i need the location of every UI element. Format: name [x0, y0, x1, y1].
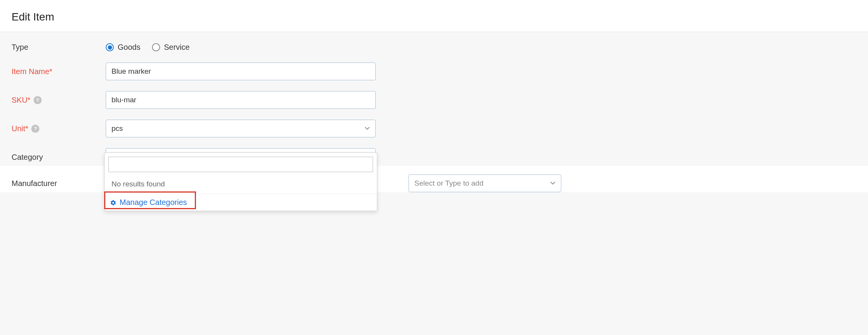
label-sku-text: SKU*: [12, 96, 30, 105]
radio-circle-icon: [106, 43, 114, 51]
category-dropdown: No results found Manage Categories: [104, 152, 377, 192]
form-area: Type Goods Service Item Name* SKU* ?: [0, 32, 868, 166]
category-search-input[interactable]: [108, 157, 373, 172]
radio-goods[interactable]: Goods: [106, 43, 140, 52]
radio-service[interactable]: Service: [152, 43, 190, 52]
row-item-name: Item Name*: [12, 63, 856, 80]
dropdown-no-results: No results found: [105, 176, 377, 192]
label-type: Type: [12, 43, 106, 52]
page-header: Edit Item: [0, 0, 868, 32]
dropdown-search-wrap: [105, 153, 377, 176]
row-type: Type Goods Service: [12, 43, 856, 52]
label-unit: Unit* ?: [12, 124, 106, 133]
unit-select[interactable]: pcs: [106, 120, 376, 137]
brand-select[interactable]: Select or Type to add: [409, 174, 561, 192]
unit-value: pcs: [111, 124, 123, 133]
sku-input[interactable]: [106, 91, 376, 109]
label-unit-text: Unit*: [12, 124, 28, 133]
row-sku: SKU* ?: [12, 91, 856, 109]
help-icon[interactable]: ?: [34, 96, 42, 104]
label-sku: SKU* ?: [12, 96, 106, 105]
chevron-down-icon: [550, 181, 556, 186]
page-title: Edit Item: [12, 11, 856, 23]
chevron-down-icon: [365, 126, 370, 131]
label-manufacturer: Manufacturer: [12, 179, 106, 188]
help-icon[interactable]: ?: [31, 125, 39, 133]
brand-placeholder: Select or Type to add: [414, 179, 483, 188]
label-item-name: Item Name*: [12, 67, 106, 76]
radio-label-service: Service: [164, 43, 190, 52]
radio-circle-icon: [152, 43, 160, 51]
item-name-input[interactable]: [106, 63, 376, 80]
radio-label-goods: Goods: [118, 43, 140, 52]
label-category: Category: [12, 153, 106, 162]
row-unit: Unit* ? pcs: [12, 120, 856, 137]
type-radio-group: Goods Service: [106, 43, 190, 52]
